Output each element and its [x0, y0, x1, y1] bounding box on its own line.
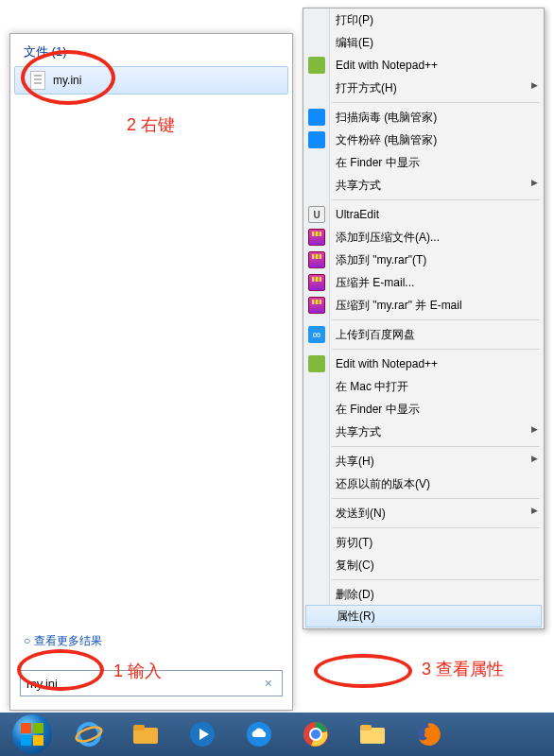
- taskbar-cloud[interactable]: [233, 715, 286, 753]
- menu-item[interactable]: 属性(R): [305, 605, 542, 627]
- menu-item-label: 剪切(T): [336, 535, 527, 551]
- menu-separator: [332, 579, 540, 580]
- folder-icon: [131, 722, 160, 747]
- more-results-link[interactable]: 查看更多结果: [24, 633, 102, 649]
- menu-item-label: 还原以前的版本(V): [336, 476, 527, 492]
- taskbar-chrome[interactable]: [289, 715, 342, 753]
- menu-item[interactable]: 在 Finder 中显示: [303, 398, 544, 421]
- rar-icon: [308, 274, 325, 291]
- taskbar-firefox[interactable]: [403, 715, 456, 753]
- search-input[interactable]: [26, 677, 261, 691]
- clear-search-icon[interactable]: ×: [261, 676, 276, 691]
- annotation-3: 3 查看属性: [422, 658, 504, 680]
- ue-icon: U: [308, 206, 325, 223]
- context-menu: 打印(P)编辑(E)Edit with Notepad++打开方式(H)扫描病毒…: [303, 8, 545, 629]
- menu-item[interactable]: 编辑(E): [303, 31, 544, 54]
- menu-item-label: 添加到压缩文件(A)...: [336, 230, 527, 246]
- rar-icon: [308, 251, 325, 268]
- search-result-item[interactable]: my.ini: [14, 66, 288, 94]
- file-icon: [30, 71, 45, 90]
- menu-item[interactable]: 还原以前的版本(V): [303, 472, 544, 495]
- menu-item[interactable]: 打开方式(H): [303, 77, 544, 99]
- menu-separator: [332, 199, 540, 200]
- menu-item-label: 压缩到 "my.rar" 并 E-mail: [336, 298, 527, 314]
- menu-item-label: 在 Finder 中显示: [336, 155, 527, 171]
- menu-item[interactable]: 共享方式: [303, 174, 544, 197]
- menu-item-label: 编辑(E): [336, 35, 527, 51]
- menu-item-label: Edit with Notepad++: [336, 59, 527, 72]
- menu-item-label: 共享方式: [336, 424, 527, 440]
- menu-item[interactable]: Edit with Notepad++: [303, 54, 544, 77]
- menu-item[interactable]: 添加到 "my.rar"(T): [303, 249, 544, 271]
- menu-item[interactable]: 文件粉碎 (电脑管家): [303, 129, 544, 151]
- menu-item-label: 发送到(N): [336, 506, 527, 522]
- firefox-icon: [415, 720, 443, 748]
- menu-item-label: 复制(C): [336, 558, 527, 574]
- menu-separator: [332, 446, 540, 447]
- menu-item-label: 打开方式(H): [336, 80, 527, 96]
- menu-separator: [332, 349, 540, 350]
- menu-item[interactable]: 添加到压缩文件(A)...: [303, 226, 544, 249]
- menu-item[interactable]: 上传到百度网盘: [303, 323, 544, 346]
- menu-item[interactable]: 打印(P): [303, 9, 544, 31]
- menu-item[interactable]: 剪切(T): [303, 531, 544, 554]
- ie-icon: [75, 720, 103, 748]
- folder-icon: [358, 722, 387, 747]
- np-icon: [308, 57, 325, 74]
- menu-item-label: 添加到 "my.rar"(T): [336, 252, 527, 268]
- menu-item-label: 扫描病毒 (电脑管家): [336, 110, 527, 126]
- cloud-icon: [244, 720, 274, 748]
- menu-item[interactable]: UUltraEdit: [303, 203, 544, 226]
- menu-item[interactable]: 扫描病毒 (电脑管家): [303, 106, 544, 129]
- menu-item-label: UltraEdit: [336, 208, 527, 221]
- menu-item[interactable]: 发送到(N): [303, 502, 544, 524]
- menu-item-label: 上传到百度网盘: [336, 327, 527, 343]
- menu-item-label: 删除(D): [336, 587, 527, 603]
- menu-item-label: 打印(P): [336, 12, 527, 28]
- menu-item[interactable]: 共享方式: [303, 421, 544, 443]
- rar-icon: [308, 297, 325, 314]
- svg-rect-10: [360, 725, 372, 730]
- menu-item[interactable]: 在 Mac 中打开: [303, 375, 544, 398]
- menu-item-label: 在 Mac 中打开: [336, 379, 527, 395]
- taskbar-ie[interactable]: [62, 715, 115, 753]
- menu-item[interactable]: 压缩到 "my.rar" 并 E-mail: [303, 294, 544, 317]
- menu-item[interactable]: 在 Finder 中显示: [303, 151, 544, 174]
- menu-item[interactable]: 删除(D): [303, 583, 544, 606]
- result-filename: my.ini: [53, 74, 81, 87]
- menu-item-label: 文件粉碎 (电脑管家): [336, 132, 527, 148]
- svg-point-8: [310, 729, 321, 740]
- media-player-icon: [188, 720, 216, 748]
- taskbar-explorer[interactable]: [346, 715, 399, 753]
- np-icon: [308, 355, 325, 372]
- rar-icon: [308, 229, 325, 246]
- search-box[interactable]: ×: [20, 670, 283, 696]
- windows-logo-icon: [12, 714, 52, 754]
- start-button[interactable]: [6, 715, 59, 753]
- menu-item-label: 属性(R): [337, 609, 524, 625]
- menu-separator: [332, 102, 540, 103]
- annotation-ring-properties: [314, 654, 412, 688]
- bd-icon: [308, 326, 325, 343]
- chrome-icon: [302, 720, 330, 748]
- menu-separator: [332, 527, 540, 528]
- taskbar: [0, 713, 554, 756]
- menu-item-label: 在 Finder 中显示: [336, 402, 527, 418]
- menu-item-label: 共享(H): [336, 454, 527, 470]
- taskbar-wmp[interactable]: [176, 715, 229, 753]
- svg-rect-3: [133, 725, 145, 730]
- start-search-panel: 文件 (1) my.ini 查看更多结果 ×: [9, 33, 293, 711]
- taskbar-folder-a[interactable]: [119, 715, 172, 753]
- shield-icon: [308, 109, 325, 126]
- menu-separator: [332, 319, 540, 320]
- search-results-header: 文件 (1): [10, 34, 292, 64]
- menu-item[interactable]: 复制(C): [303, 554, 544, 576]
- shield-icon: [308, 131, 325, 148]
- menu-item[interactable]: Edit with Notepad++: [303, 352, 544, 375]
- menu-item[interactable]: 压缩并 E-mail...: [303, 271, 544, 294]
- menu-separator: [332, 498, 540, 499]
- menu-item-label: Edit with Notepad++: [336, 357, 527, 370]
- menu-item-label: 共享方式: [336, 178, 527, 194]
- menu-item[interactable]: 共享(H): [303, 450, 544, 472]
- menu-item-label: 压缩并 E-mail...: [336, 275, 527, 291]
